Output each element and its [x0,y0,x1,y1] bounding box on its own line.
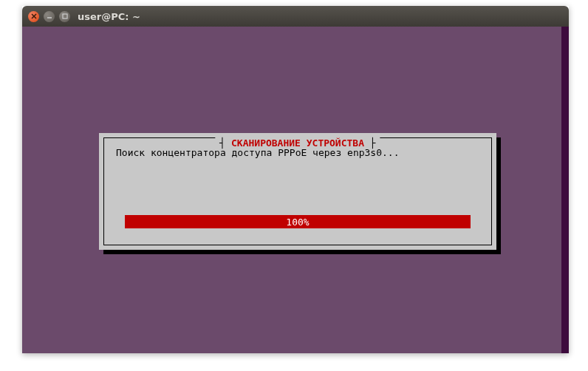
progress-percent: 100% [286,217,309,228]
minimize-icon[interactable] [44,11,55,22]
terminal-window: user@PC: ~ СКАНИРОВАНИЕ УСТРОЙСТВА Поиск… [22,6,569,353]
scan-dialog: СКАНИРОВАНИЕ УСТРОЙСТВА Поиск концентрат… [99,133,496,250]
svg-rect-0 [63,14,67,18]
maximize-icon[interactable] [59,11,70,22]
window-title: user@PC: ~ [78,11,140,22]
progress-bar: 100% [125,215,471,228]
dialog-border: СКАНИРОВАНИЕ УСТРОЙСТВА Поиск концентрат… [103,137,492,245]
window-controls [28,11,70,22]
close-icon[interactable] [28,11,39,22]
dialog-message: Поиск концентратора доступа PPPoE через … [116,147,479,158]
terminal-body: СКАНИРОВАНИЕ УСТРОЙСТВА Поиск концентрат… [22,27,569,353]
titlebar[interactable]: user@PC: ~ [22,6,569,27]
dialog-title: СКАНИРОВАНИЕ УСТРОЙСТВА [215,137,380,149]
